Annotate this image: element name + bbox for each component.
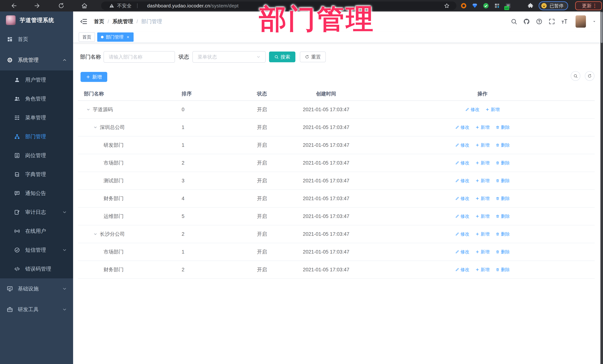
delete-link[interactable]: 删除 — [496, 231, 510, 237]
browser-back-icon[interactable] — [11, 2, 17, 9]
toggle-search-button[interactable] — [571, 71, 580, 81]
extension-icon-switch[interactable]: on — [505, 3, 511, 9]
edit-link[interactable]: 修改 — [455, 142, 469, 148]
browser-reload-icon[interactable] — [58, 2, 65, 9]
dept-sort: 2 — [179, 231, 255, 237]
add-link[interactable]: 新增 — [475, 196, 490, 201]
page-url: dashboard.yudao.iocoder.cn/system/dept — [147, 3, 239, 9]
delete-link[interactable]: 删除 — [496, 124, 510, 130]
browser-forward-icon[interactable] — [34, 2, 40, 9]
add-link[interactable]: 新增 — [475, 231, 490, 237]
font-size-icon[interactable] — [561, 18, 568, 25]
edit-icon — [455, 214, 459, 218]
delete-link[interactable]: 删除 — [496, 178, 510, 184]
row-actions: 修改新增删除 — [370, 160, 595, 166]
dept-status: 开启 — [255, 124, 282, 131]
github-icon[interactable] — [523, 18, 530, 25]
sidebar-item-sms[interactable]: 短信管理 — [0, 241, 73, 259]
help-icon[interactable] — [536, 18, 543, 25]
tag-close-icon[interactable] — [126, 35, 130, 39]
add-link[interactable]: 新增 — [475, 213, 490, 219]
add-link[interactable]: 新增 — [475, 267, 490, 273]
extension-icon-grid[interactable] — [494, 3, 500, 9]
sidebar-item-user[interactable]: 用户管理 — [0, 70, 73, 89]
edit-link[interactable]: 修改 — [455, 160, 469, 166]
add-link[interactable]: 新增 — [475, 124, 490, 130]
dept-name: 研发部门 — [104, 142, 124, 148]
add-link[interactable]: 新增 — [485, 107, 500, 112]
delete-link[interactable]: 删除 — [496, 249, 510, 255]
browser-home-icon[interactable] — [81, 2, 88, 9]
browser-menu-icon[interactable] — [594, 4, 595, 8]
page-scrollbar[interactable] — [600, 11, 603, 364]
expand-row-icon[interactable] — [93, 125, 98, 130]
chevron-up-icon — [62, 57, 67, 63]
status-select[interactable]: 菜单状态 — [192, 51, 266, 63]
add-dept-button[interactable]: 新增 — [81, 72, 107, 82]
sidebar-item-audit-log[interactable]: 审计日志 — [0, 203, 73, 222]
sidebar-item-online-user[interactable]: 在线用户 — [0, 222, 73, 241]
refresh-table-button[interactable] — [585, 71, 594, 81]
sidebar-item-menu[interactable]: 菜单管理 — [0, 108, 73, 127]
add-link[interactable]: 新增 — [475, 249, 490, 255]
extension-icon-green-check[interactable] — [483, 3, 489, 9]
delete-link[interactable]: 删除 — [496, 267, 510, 273]
dept-status: 开启 — [255, 177, 282, 184]
expand-row-icon[interactable] — [93, 232, 98, 236]
edit-link[interactable]: 修改 — [455, 196, 469, 201]
sidebar-item-home[interactable]: 首页 — [0, 29, 73, 50]
delete-link[interactable]: 删除 — [496, 213, 510, 219]
user-caret-down-icon[interactable] — [592, 19, 597, 24]
tag-dot — [101, 36, 104, 38]
sidebar-item-dict[interactable]: 字典管理 — [0, 165, 73, 184]
extension-icon-puzzle[interactable] — [527, 3, 533, 9]
sidebar-item-post[interactable]: 岗位管理 — [0, 146, 73, 165]
tag-item[interactable]: 首页 — [79, 33, 95, 42]
edit-link[interactable]: 修改 — [455, 213, 469, 219]
edit-link[interactable]: 修改 — [455, 267, 469, 273]
dept-name: 市场部门 — [104, 160, 124, 166]
delete-link[interactable]: 删除 — [496, 142, 510, 148]
extension-icon-orange-ring[interactable] — [461, 3, 467, 9]
edit-link[interactable]: 修改 — [455, 249, 469, 255]
dept-name: 芋道源码 — [93, 106, 113, 113]
breadcrumb-item[interactable]: 首页 — [94, 18, 104, 25]
bookmark-star-icon[interactable] — [444, 3, 450, 9]
sidebar-item-system[interactable]: 系统管理 — [0, 50, 73, 70]
add-link[interactable]: 新增 — [475, 142, 490, 148]
expand-row-icon[interactable] — [86, 107, 91, 112]
browser-profile-chip[interactable]: 已暂停 — [539, 1, 568, 10]
sidebar-item-error-code[interactable]: 错误码管理 — [0, 259, 73, 278]
add-link[interactable]: 新增 — [475, 160, 490, 166]
extension-icon-key[interactable] — [516, 3, 522, 9]
dept-name: 长沙分公司 — [100, 231, 125, 237]
breadcrumb-item[interactable]: 系统管理 — [112, 18, 133, 25]
fullscreen-icon[interactable] — [548, 18, 555, 25]
sidebar-item-dept[interactable]: 部门管理 — [0, 127, 73, 146]
edit-link[interactable]: 修改 — [455, 231, 469, 237]
edit-link[interactable]: 修改 — [455, 178, 469, 184]
header-search-icon[interactable] — [510, 18, 517, 25]
delete-link[interactable]: 删除 — [496, 160, 510, 166]
sidebar-item-dev-tools[interactable]: 研发工具 — [0, 299, 73, 320]
main-area: 首页/系统管理/部门管理 首页部门管理 部门名称 状态 菜单状态 搜索 — [73, 11, 603, 364]
tag-active[interactable]: 部门管理 — [97, 33, 134, 42]
dept-name-input[interactable] — [104, 51, 175, 63]
browser-update-button[interactable]: 更新 — [575, 1, 602, 10]
app-logo[interactable]: 芋道管理系统 — [0, 11, 73, 29]
dept-sort: 1 — [179, 142, 255, 148]
sidebar-collapse-icon[interactable] — [80, 18, 88, 25]
search-button[interactable]: 搜索 — [269, 52, 295, 62]
search-icon — [274, 55, 279, 59]
sidebar-item-role[interactable]: 角色管理 — [0, 89, 73, 108]
delete-link[interactable]: 删除 — [496, 196, 510, 201]
sidebar-item-notice[interactable]: 通知公告 — [0, 184, 73, 203]
sidebar-item-infra[interactable]: 基础设施 — [0, 278, 73, 299]
extension-icon-blue-gem[interactable] — [472, 3, 478, 9]
add-link[interactable]: 新增 — [475, 178, 490, 184]
edit-link[interactable]: 修改 — [465, 107, 479, 112]
scrollbar-thumb[interactable] — [601, 12, 603, 43]
reset-button[interactable]: 重置 — [300, 52, 326, 62]
edit-link[interactable]: 修改 — [455, 124, 469, 130]
user-avatar[interactable] — [576, 15, 586, 28]
